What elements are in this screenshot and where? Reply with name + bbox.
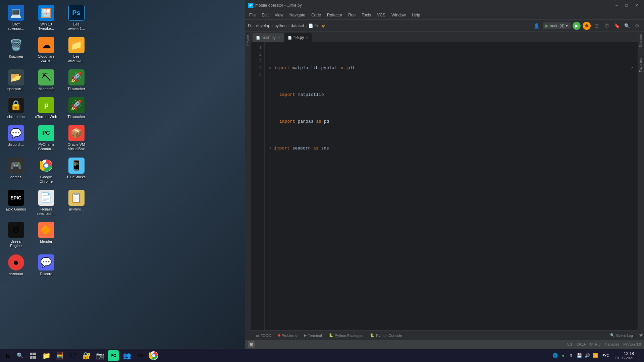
tray-usb-icon[interactable]: 💾 (576, 352, 583, 359)
menu-vcs[interactable]: VCS (374, 12, 388, 18)
desktop-icon-minecraft[interactable]: ⛏ Minecraft (34, 68, 59, 93)
menu-code[interactable]: Code (309, 12, 324, 18)
system-clock[interactable]: 12:18 01.05.2021 (613, 351, 637, 361)
search-button[interactable]: 🔍 (15, 350, 25, 361)
breadcrumb-develop[interactable]: develop (256, 23, 270, 28)
layout-icon[interactable]: ⊞ (248, 341, 255, 348)
tab-problems[interactable]: Problems (275, 331, 300, 340)
menu-navigate[interactable]: Navigate (287, 12, 308, 18)
code-content[interactable]: ⊟import matplotlib.pyplot as plt ✓ impor… (265, 42, 638, 330)
start-button[interactable]: ⊞ (3, 350, 13, 361)
problems-dot (278, 334, 280, 337)
desktop-icon-paipai[interactable]: ● палпоал (3, 253, 29, 278)
minimize-button[interactable]: − (612, 2, 621, 9)
taskbar-photo[interactable]: 📷 (94, 350, 106, 362)
desktop-icon-programs[interactable]: 📂 програм... (3, 68, 29, 93)
git-user-icon[interactable]: 👤 (533, 22, 541, 30)
menu-window[interactable]: Window (389, 12, 409, 18)
encoding[interactable]: UTF-8 (590, 342, 600, 346)
language-indicator[interactable]: РУС (600, 353, 611, 359)
tray-network-icon[interactable]: 🌐 (552, 352, 558, 359)
tab-file-py[interactable]: 📄 file.py ✕ (284, 33, 312, 42)
fold-1[interactable]: ⊟ (269, 65, 274, 71)
problems-label: Problems (282, 334, 297, 338)
desktop-icon-tlauncher2[interactable]: 🚀 TLauncher (64, 96, 89, 120)
desktop-icon-utorrent[interactable]: µ uTorrent Web (34, 96, 59, 120)
run-config-dropdown[interactable]: ▶ main (4) ▾ (543, 22, 571, 29)
menu-help[interactable]: Help (409, 12, 423, 18)
run-button[interactable]: ▶ (573, 22, 581, 30)
taskbar-teams[interactable]: 👥 (121, 350, 133, 362)
desktop-icon-bluestacks[interactable]: 📱 BlueStacks (64, 156, 89, 185)
search-everywhere-button[interactable]: 🔍 (623, 22, 631, 30)
desktop-icon-games[interactable]: 🎮 games (3, 156, 29, 185)
taskbar-chrome-taskbar[interactable] (148, 350, 160, 362)
maximize-button[interactable]: □ (622, 2, 631, 9)
menu-view[interactable]: View (272, 12, 286, 18)
taskbar-security[interactable]: 🛡 (67, 350, 79, 362)
breadcrumb-d[interactable]: D: (248, 23, 252, 28)
taskbar-taskview[interactable] (27, 350, 39, 362)
tray-green-icon[interactable]: ● (560, 352, 567, 359)
tab-terminal[interactable]: ▶ Terminal (301, 331, 325, 340)
line-ending[interactable]: CRLF (576, 342, 586, 346)
profile-button[interactable]: ⏱ (603, 22, 611, 30)
desktop-icon-new-txt[interactable]: 📄 Новый текстовы... (34, 188, 59, 217)
taskbar-explorer[interactable]: 📁 (40, 350, 52, 362)
fold-4[interactable]: ⊟ (269, 145, 274, 152)
desktop-icon-chrome-hc[interactable]: 🔒 chrome.hc (3, 96, 29, 120)
python-version[interactable]: Python 3.9 (623, 342, 641, 346)
desktop-icon-psd[interactable]: Ps Без имени-1... (64, 3, 89, 32)
settings-button[interactable]: ⚙ (633, 22, 641, 30)
desktop-icon-no-name[interactable]: 📁 Без имени-1... (64, 36, 89, 64)
taskbar-calculator[interactable]: 🧮 (54, 350, 66, 362)
desktop-icon-recycle[interactable]: 🗑️ Корзина (3, 36, 29, 64)
tab-event-log[interactable]: 🔍 Event Log (607, 331, 636, 340)
tab-todo[interactable]: ☰ TODO (253, 331, 274, 340)
debug-button[interactable]: 🐞 (583, 22, 591, 30)
tab-python-packages[interactable]: 🐍 Python Packages (326, 331, 366, 340)
breadcrumb-python[interactable]: python (274, 23, 286, 28)
tray-wifi-icon[interactable]: 📶 (592, 352, 599, 359)
coverage-button[interactable]: ☰ (593, 22, 601, 30)
desktop-icon-all-mini[interactable]: 📋 all-mini... (64, 188, 89, 217)
menu-tools[interactable]: Tools (359, 12, 374, 18)
taskbar-malware[interactable]: 🔐 (80, 350, 93, 362)
desktop-icon-unreal[interactable]: ⚙ Unreal Engine (3, 221, 29, 249)
favorites-star-icon[interactable]: ★ (639, 332, 643, 338)
bookmark-button[interactable]: 🔖 (613, 22, 621, 30)
tray-arrow-icon[interactable]: ⬆ (568, 352, 575, 359)
show-desktop-button[interactable] (639, 350, 641, 361)
menu-refactor[interactable]: Refactor (324, 12, 345, 18)
menu-edit[interactable]: Edit (259, 12, 271, 18)
close-button[interactable]: ✕ (632, 2, 641, 9)
desktop-icon-pycharm[interactable]: PC PyCharm Commu... (34, 124, 59, 153)
line-num-2: 2 (251, 51, 264, 58)
code-editor[interactable]: 1 2 3 4 5 ⊟import matplotlib.pyplot as p… (251, 42, 638, 330)
desktop-icon-discord-d[interactable]: 💬 discord-... (3, 124, 29, 153)
indent[interactable]: 4 spaces (604, 342, 619, 346)
desktop-icon-oracle[interactable]: 📦 Oracle VM VirtualBox (64, 124, 89, 153)
tab-python-console[interactable]: 🐍 Python Console (367, 331, 405, 340)
taskbar-pycharm[interactable]: PC (107, 350, 119, 362)
taskbar-mail[interactable]: ✉ (134, 350, 146, 362)
structure-panel-label[interactable]: Structure (639, 32, 643, 50)
project-panel-label[interactable]: Project (246, 33, 250, 48)
desktop-icon-this-pc[interactable]: 💻 Этот компью... (3, 3, 29, 32)
menu-file[interactable]: File (247, 12, 258, 18)
desktop-icon-discord[interactable]: 💬 Discord (34, 253, 59, 278)
main-py-tab-close[interactable]: ✕ (277, 36, 280, 40)
desktop-icon-epic[interactable]: EPIC Epic Games ... (3, 188, 29, 217)
desktop-icon-tlauncher[interactable]: 🚀 TLauncher (64, 68, 89, 93)
desktop-icon-cloudflare[interactable]: ☁ Cloudflare WARP (34, 36, 59, 64)
file-py-tab-close[interactable]: ✕ (306, 36, 309, 40)
favorites-panel-label[interactable]: Favorites (639, 56, 643, 74)
tray-volume-icon[interactable]: 🔊 (584, 352, 591, 359)
menu-run[interactable]: Run (345, 12, 358, 18)
desktop-icon-win10[interactable]: 🪟 Win 10 Tweake... (34, 3, 59, 32)
tab-main-py[interactable]: 📄 main.py ✕ (253, 33, 284, 42)
desktop-icon-blender[interactable]: 🔶 blender (34, 221, 59, 249)
cursor-position[interactable]: 5:1 (567, 342, 572, 346)
desktop-icon-chrome[interactable]: Google Chrome (34, 156, 59, 185)
breadcrumb-dataset[interactable]: dataset (291, 23, 304, 28)
